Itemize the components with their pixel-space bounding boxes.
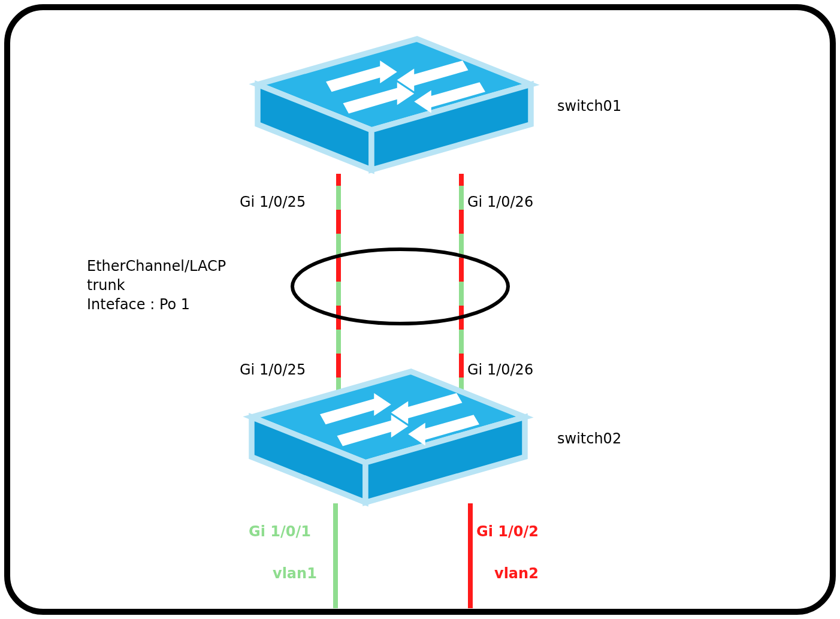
vlan1-label: vlan1: [273, 565, 317, 582]
switch01-label: switch01: [557, 98, 621, 114]
etherchannel-annotation-line1: EtherChannel/LACP: [87, 258, 226, 274]
switch02-icon: [252, 372, 525, 503]
access-port-right: Gi 1/0/2: [476, 523, 539, 540]
network-diagram: switch01 Gi 1/0/25 Gi 1/0/26 switch02 Gi…: [0, 0, 840, 619]
access-port-left: Gi 1/0/1: [249, 523, 311, 540]
vlan2-label: vlan2: [494, 565, 539, 582]
etherchannel-bundle: [292, 249, 508, 324]
switch01-port-right: Gi 1/0/26: [467, 194, 533, 210]
switch01-icon: [258, 39, 531, 170]
switch02-port-right: Gi 1/0/26: [467, 361, 533, 378]
etherchannel-annotation-line2: trunk: [87, 277, 125, 294]
switch02-port-left: Gi 1/0/25: [240, 361, 306, 378]
etherchannel-annotation-line3: Inteface : Po 1: [87, 296, 190, 313]
switch01-port-left: Gi 1/0/25: [240, 194, 306, 210]
switch02-label: switch02: [557, 430, 621, 447]
